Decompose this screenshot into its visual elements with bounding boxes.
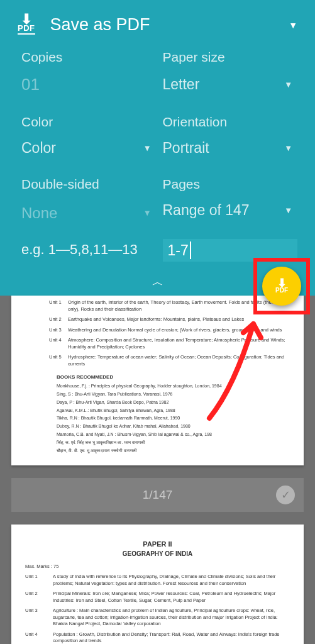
annotation-highlight-box: ⬇ PDF <box>253 258 310 314</box>
chevron-down-icon: ▼ <box>284 80 292 89</box>
options-grid: Copies Paper size 01 Letter ▼ Color Orie… <box>0 50 315 274</box>
panel-title: Save as PDF <box>50 15 289 35</box>
preview-area[interactable]: Unit 1Origin of the earth, Interior of t… <box>0 296 315 644</box>
fab-label: PDF <box>275 287 288 294</box>
double-sided-select[interactable]: None ▼ <box>21 202 157 224</box>
range-input-value: 1-7 <box>168 242 189 259</box>
orientation-value: Portrait <box>163 140 209 157</box>
paper-size-label: Paper size <box>163 50 298 65</box>
preview-page-2[interactable]: PAPER II GEOGRAPHY OF INDIA Max. Marks :… <box>11 525 304 644</box>
chevron-down-icon: ▼ <box>284 206 292 215</box>
orientation-select[interactable]: Portrait ▼ <box>163 140 298 157</box>
download-arrow-icon: ⬇ <box>21 15 32 24</box>
print-options-panel: ⬇ PDF Save as PDF ▼ Copies Paper size 01… <box>0 0 315 296</box>
pages-select[interactable]: Range of 147 ▼ <box>163 202 298 219</box>
color-label: Color <box>21 114 157 130</box>
orientation-label: Orientation <box>163 114 298 130</box>
preview-page-1[interactable]: Unit 1Origin of the earth, Interior of t… <box>11 296 304 465</box>
save-pdf-fab[interactable]: ⬇ PDF <box>262 267 301 306</box>
panel-header[interactable]: ⬇ PDF Save as PDF ▼ <box>0 8 315 50</box>
page-counter-bar: 1/147 ✓ <box>11 478 304 512</box>
copies-label: Copies <box>21 50 157 65</box>
chevron-up-icon: ︿ <box>152 275 163 288</box>
pages-value: Range of 147 <box>163 202 250 219</box>
chevron-down-icon: ▼ <box>143 208 152 218</box>
page-counter-text: 1/147 <box>143 488 173 501</box>
paper-size-select[interactable]: Letter ▼ <box>163 75 298 94</box>
chevron-down-icon[interactable]: ▼ <box>289 20 297 30</box>
double-sided-value: None <box>21 204 57 222</box>
color-select[interactable]: Color ▼ <box>21 140 157 157</box>
copies-input[interactable]: 01 <box>21 75 157 94</box>
double-sided-label: Double-sided <box>21 177 157 192</box>
pdf-icon-label: PDF <box>18 24 35 35</box>
color-value: Color <box>21 140 56 157</box>
download-arrow-icon: ⬇ <box>277 279 287 287</box>
text-cursor <box>190 242 191 259</box>
select-page-check-icon[interactable]: ✓ <box>276 486 295 504</box>
chevron-down-icon: ▼ <box>284 143 292 153</box>
paper-size-value: Letter <box>163 76 200 93</box>
chevron-down-icon: ▼ <box>143 143 152 153</box>
pdf-destination-icon: ⬇ PDF <box>18 15 35 35</box>
pages-label: Pages <box>163 177 298 192</box>
range-example: e.g. 1—5,8,11—13 <box>21 239 157 262</box>
